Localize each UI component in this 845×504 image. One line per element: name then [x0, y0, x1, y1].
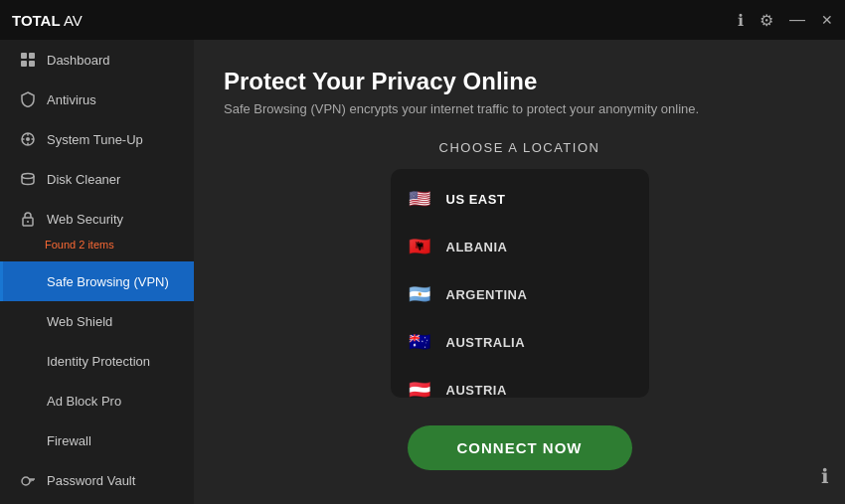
sidebar-item-web-shield[interactable]: Web Shield	[0, 301, 194, 341]
sidebar-item-disk-cleaner[interactable]: Disk Cleaner	[0, 159, 194, 199]
safe-browsing-icon	[19, 272, 37, 290]
sidebar-item-ad-block-pro[interactable]: Ad Block Pro	[0, 381, 194, 420]
location-australia[interactable]: 🇦🇺 AUSTRALIA	[391, 318, 649, 366]
close-icon[interactable]: ✕	[821, 12, 833, 28]
location-us-east[interactable]: 🇺🇸 US EAST	[391, 175, 649, 223]
adblock-icon	[19, 392, 37, 410]
sidebar-item-web-security[interactable]: Web Security Found 2 items	[0, 199, 194, 261]
firewall-label: Firewall	[47, 433, 91, 448]
svg-point-13	[22, 477, 30, 485]
web-shield-label: Web Shield	[47, 314, 112, 329]
web-security-sub: Found 2 items	[45, 239, 114, 251]
window-controls: ℹ ⚙ — ✕	[738, 11, 833, 30]
sidebar-item-dashboard[interactable]: Dashboard	[0, 40, 194, 80]
brand-label: TOTAL AV	[12, 12, 83, 29]
web-security-label: Web Security	[47, 212, 123, 227]
web-shield-icon	[19, 312, 37, 330]
flag-albania: 🇦🇱	[407, 233, 434, 260]
svg-rect-0	[21, 53, 27, 59]
svg-point-10	[22, 174, 34, 179]
flag-austria: 🇦🇹	[407, 376, 434, 398]
antivirus-label: Antivirus	[47, 92, 96, 107]
info-corner-icon[interactable]: ℹ	[821, 464, 829, 488]
flag-australia: 🇦🇺	[407, 328, 434, 356]
main-layout: Dashboard Antivirus	[0, 40, 845, 504]
location-argentina[interactable]: 🇦🇷 ARGENTINA	[391, 270, 649, 318]
location-us-east-label: US EAST	[446, 192, 506, 207]
brand-section: TOTAL AV	[12, 12, 83, 29]
flag-argentina: 🇦🇷	[407, 280, 434, 308]
sidebar: Dashboard Antivirus	[0, 40, 194, 504]
location-argentina-label: ARGENTINA	[446, 287, 528, 302]
adblock-label: Ad Block Pro	[47, 394, 121, 409]
connect-now-button[interactable]: CONNECT NOW	[408, 425, 632, 470]
location-australia-label: AUSTRALIA	[446, 335, 526, 350]
connect-section: CONNECT NOW	[224, 425, 815, 470]
svg-rect-1	[29, 53, 35, 59]
info-icon[interactable]: ℹ	[738, 11, 744, 30]
sidebar-item-password-vault[interactable]: Password Vault	[0, 460, 194, 500]
location-albania-label: ALBANIA	[446, 240, 508, 254]
dashboard-label: Dashboard	[47, 53, 110, 68]
disk-cleaner-label: Disk Cleaner	[47, 172, 120, 187]
tuneup-label: System Tune-Up	[47, 132, 143, 147]
sidebar-item-antivirus[interactable]: Antivirus	[0, 80, 194, 119]
web-security-icon	[19, 210, 37, 228]
svg-point-5	[26, 137, 30, 141]
content-area: Protect Your Privacy Online Safe Browsin…	[194, 40, 845, 504]
svg-point-12	[27, 221, 29, 223]
tuneup-icon	[19, 130, 37, 148]
page-title: Protect Your Privacy Online	[224, 68, 815, 95]
location-austria[interactable]: 🇦🇹 AUSTRIA	[391, 366, 649, 398]
identity-label: Identity Protection	[47, 354, 150, 369]
sidebar-item-tuneup[interactable]: System Tune-Up	[0, 119, 194, 159]
identity-icon	[19, 352, 37, 370]
dashboard-icon	[19, 51, 37, 69]
safe-browsing-label: Safe Browsing (VPN)	[47, 274, 169, 289]
settings-icon[interactable]: ⚙	[760, 11, 773, 30]
title-bar: TOTAL AV ℹ ⚙ — ✕	[0, 0, 845, 40]
sidebar-item-safe-browsing[interactable]: Safe Browsing (VPN)	[0, 261, 194, 301]
section-label: CHOOSE A LOCATION	[224, 140, 815, 155]
location-list: 🇺🇸 US EAST 🇦🇱 ALBANIA 🇦🇷 ARGENTINA 🇦🇺 AU…	[391, 169, 649, 398]
sidebar-item-identity-protection[interactable]: Identity Protection	[0, 341, 194, 381]
antivirus-icon	[19, 90, 37, 108]
flag-us-east: 🇺🇸	[407, 185, 434, 213]
page-subtitle: Safe Browsing (VPN) encrypts your intern…	[224, 101, 815, 116]
password-vault-label: Password Vault	[47, 473, 135, 488]
firewall-icon	[19, 431, 37, 449]
disk-cleaner-icon	[19, 170, 37, 188]
sidebar-item-firewall[interactable]: Firewall	[0, 420, 194, 460]
location-albania[interactable]: 🇦🇱 ALBANIA	[391, 223, 649, 270]
password-icon	[19, 471, 37, 489]
svg-rect-3	[29, 61, 35, 67]
location-austria-label: AUSTRIA	[446, 383, 507, 398]
web-security-row: Web Security	[19, 210, 123, 228]
minimize-icon[interactable]: —	[789, 11, 805, 29]
svg-rect-2	[21, 61, 27, 67]
